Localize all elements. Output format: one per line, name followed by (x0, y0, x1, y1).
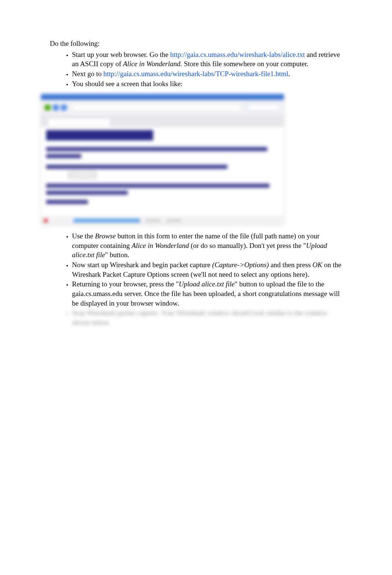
text: You should see a screen that looks like: (72, 80, 182, 88)
list-item-blurred: Stop Wireshark packet capture. Your Wire… (72, 308, 342, 327)
status-segment (73, 219, 140, 222)
text: Start up your web browser. Go the (72, 51, 170, 58)
emphasis: Alice in Wonderland. (123, 60, 184, 68)
browser-window-image (41, 93, 284, 225)
text-line (46, 165, 227, 169)
text: (or do so manually). Don't yet press the… (189, 242, 306, 249)
address-bar (72, 104, 242, 111)
list-item: Now start up Wireshark and begin packet … (72, 260, 342, 279)
emphasis: Alice in Wonderland (131, 242, 189, 249)
window-titlebar (41, 94, 284, 100)
tab-strip (41, 115, 284, 126)
browse-button (68, 172, 96, 178)
intro-text: Do the following: (50, 39, 342, 48)
text: Now start up Wireshark and begin packet … (72, 261, 212, 269)
text-line (46, 191, 128, 195)
status-segment (166, 219, 181, 222)
status-segment (146, 219, 161, 222)
emphasis: (Capture->Options) (212, 261, 269, 269)
instruction-list-top: Start up your web browser. Go the http:/… (50, 50, 342, 89)
text: " button. (105, 251, 130, 259)
search-box (247, 104, 280, 111)
list-item: Next go to http://gaia.cs.umass.edu/wire… (72, 69, 342, 79)
page-content (41, 126, 284, 211)
text: Next go to (72, 70, 103, 78)
status-bar (41, 216, 284, 224)
text: Store this file somewhere on your comput… (184, 60, 308, 68)
nav-forward-icon (53, 105, 59, 110)
text-line (46, 147, 267, 151)
list-item: Use the Browse button in this form to en… (72, 231, 342, 260)
browser-toolbar (41, 100, 284, 115)
list-item: Returning to your browser, press the "Up… (72, 279, 342, 308)
text-line (46, 184, 269, 188)
emphasis: Browse (95, 232, 116, 240)
fade-overlay (0, 325, 392, 355)
emphasis: Upload alice.txt file (179, 280, 234, 288)
upload-button (46, 200, 88, 204)
link-tcp-file[interactable]: http://gaia.cs.umass.edu/wireshark-labs/… (103, 70, 288, 78)
nav-back-icon (45, 105, 51, 110)
instruction-list-bottom: Use the Browse button in this form to en… (50, 231, 342, 327)
embedded-screenshot (41, 93, 284, 225)
link-alice-txt[interactable]: http://gaia.cs.umass.edu/wireshark-labs/… (170, 51, 305, 58)
text: Use the (72, 232, 95, 240)
emphasis: OK (313, 261, 322, 269)
text-line (46, 154, 81, 158)
reload-icon (61, 105, 67, 110)
text: Returning to your browser, press the " (72, 280, 179, 288)
text: and then press (269, 261, 312, 269)
text: . (288, 70, 290, 78)
text: Stop Wireshark packet capture. Your Wire… (72, 309, 327, 326)
list-item: Start up your web browser. Go the http:/… (72, 50, 342, 69)
status-icon (44, 219, 48, 222)
list-item: You should see a screen that looks like: (72, 79, 342, 89)
browser-tab (48, 118, 110, 126)
page-heading (46, 130, 153, 140)
